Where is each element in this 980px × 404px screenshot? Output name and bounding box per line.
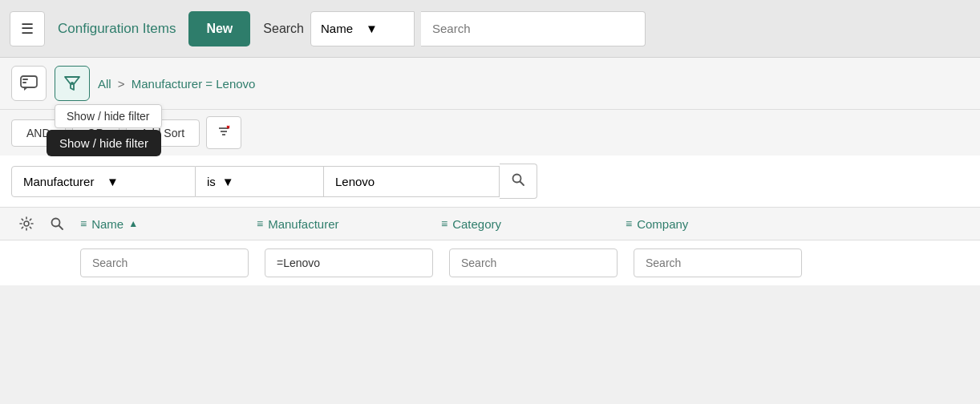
gear-icon (18, 216, 34, 232)
col-category-lines-icon: ≡ (441, 217, 447, 230)
col-name-lines-icon: ≡ (80, 217, 87, 230)
filter-field-dropdown[interactable]: Manufacturer ▼ (11, 166, 196, 197)
col-category-label: Category (452, 217, 501, 231)
svg-rect-2 (22, 82, 26, 83)
page-title: Configuration Items (51, 21, 182, 37)
col-header-manufacturer[interactable]: ≡ Manufacturer (249, 217, 433, 231)
svg-line-14 (59, 226, 63, 230)
clear-filter-button[interactable] (206, 116, 241, 149)
top-search-input[interactable] (421, 11, 646, 46)
manufacturer-search-input[interactable] (265, 248, 433, 277)
col-name-sort-arrow: ▲ (128, 218, 138, 229)
name-search-cell (72, 248, 257, 277)
filter-icon-container: Show / hide filter Show / hide filter (55, 66, 90, 101)
filter-icon (63, 75, 81, 92)
breadcrumb-filter: Manufacturer = Lenovo (132, 77, 256, 91)
col-name-label: Name (91, 217, 124, 231)
category-search-cell (441, 248, 626, 277)
filter-operator-dropdown[interactable]: is ▼ (196, 166, 324, 197)
filter-search-button[interactable] (500, 164, 537, 199)
search-row (0, 240, 980, 285)
breadcrumb-all[interactable]: All (98, 77, 111, 91)
gear-icon-button[interactable] (11, 216, 42, 232)
company-search-cell (626, 248, 810, 277)
chat-icon (20, 75, 38, 91)
col-company-label: Company (637, 217, 688, 231)
breadcrumb-separator: > (118, 77, 125, 91)
name-dropdown[interactable]: Name ▼ (310, 11, 415, 46)
column-search-icon[interactable] (42, 216, 72, 231)
filter-row: Manufacturer ▼ is ▼ (0, 156, 980, 208)
top-bar: ☰ Configuration Items New Search Name ▼ (0, 0, 980, 58)
manufacturer-search-cell (257, 248, 441, 277)
search-label: Search (263, 22, 304, 36)
filter-field-arrow: ▼ (107, 175, 184, 188)
name-search-input[interactable] (80, 248, 249, 277)
column-header-row: ≡ Name ▲ ≡ Manufacturer ≡ Category ≡ Com… (0, 208, 980, 240)
svg-point-4 (71, 82, 74, 85)
tooltip-bottom: Show / hide filter (47, 130, 161, 156)
col-company-lines-icon: ≡ (626, 217, 632, 230)
col-header-company[interactable]: ≡ Company (618, 217, 778, 231)
filter-operator-label: is (207, 175, 216, 188)
filter-value-input[interactable] (324, 166, 500, 197)
company-search-input[interactable] (634, 248, 802, 277)
col-header-category[interactable]: ≡ Category (433, 217, 618, 231)
chat-icon-button[interactable] (11, 66, 47, 101)
filter-field-label: Manufacturer (23, 175, 100, 188)
col-header-name[interactable]: ≡ Name ▲ (72, 217, 249, 231)
name-dropdown-label: Name (321, 22, 359, 35)
new-button[interactable]: New (188, 11, 250, 46)
tooltip-top: Show / hide filter (55, 104, 162, 128)
svg-point-12 (24, 221, 29, 226)
svg-rect-1 (22, 79, 28, 80)
filter-operator-arrow: ▼ (222, 175, 234, 188)
breadcrumb: All > Manufacturer = Lenovo (98, 77, 255, 91)
col-manufacturer-label: Manufacturer (268, 217, 338, 231)
col-manufacturer-lines-icon: ≡ (257, 217, 263, 230)
name-dropdown-arrow: ▼ (366, 22, 404, 35)
hamburger-icon: ☰ (21, 20, 34, 38)
filter-search-icon (511, 172, 525, 187)
filter-bar: Show / hide filter Show / hide filter Al… (0, 58, 980, 110)
search-icon (50, 216, 64, 231)
hamburger-button[interactable]: ☰ (10, 11, 45, 46)
show-hide-filter-button[interactable] (55, 66, 90, 101)
clear-icon (217, 123, 231, 138)
svg-line-11 (520, 182, 524, 186)
category-search-input[interactable] (449, 248, 618, 277)
